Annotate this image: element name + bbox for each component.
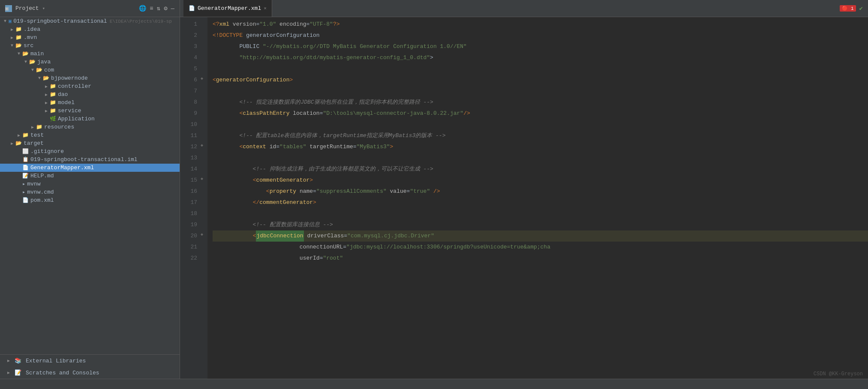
code-line-14: <!-- 抑制生成注释，由于生成的注释都是英文的，可以不让它生成 --> — [213, 164, 868, 175]
mvnwcmd-icon: ▸ — [22, 189, 25, 195]
tree-label-iml: 019-springboot-transactional.iml — [30, 156, 138, 163]
code-line-8: <!-- 指定连接数据库的JDBC驱动包所在位置，指定到你本机的完整路径 --> — [213, 97, 868, 108]
arrow-test — [15, 133, 22, 138]
code-line-17: </commentGenerator> — [213, 197, 868, 208]
code-line-6: <generatorConfiguration> — [213, 75, 868, 86]
code-line-19: <!-- 配置数据库连接信息 --> — [213, 219, 868, 230]
title-bar-right: 🔴 1 ✔ — [835, 5, 868, 12]
arrow-target — [9, 141, 15, 146]
tree-label-test: test — [30, 132, 44, 138]
tree-item-application[interactable]: 🌿 Application — [0, 115, 180, 123]
folder-icon-com: 📂 — [36, 67, 42, 73]
tree-label-src: src — [24, 42, 33, 49]
tree-item-dao[interactable]: 📁 dao — [0, 90, 180, 99]
fold-icon-12[interactable]: ◆ — [201, 143, 203, 148]
project-panel-header: ▣ Project ▾ 🌐 ≡ ⇅ ⚙ — — [0, 0, 180, 17]
fold-icon-15[interactable]: ◆ — [201, 176, 203, 181]
tree-item-generatormapper[interactable]: 📄 GeneratorMapper.xml — [0, 164, 180, 172]
folder-icon-src: 📂 — [15, 42, 22, 49]
folder-icon-main: 📂 — [22, 51, 29, 57]
tree-item-idea[interactable]: 📁 .idea — [0, 25, 180, 33]
editor-gutter: ◆ ◆ ◆ ◆ — [201, 17, 207, 379]
folder-icon-controller: 📁 — [50, 83, 56, 90]
toolbar-icon-settings[interactable]: ⚙ — [164, 5, 167, 12]
tree-label-application: Application — [58, 116, 95, 122]
tree-item-src[interactable]: 📂 src — [0, 42, 180, 50]
arrow-root — [2, 19, 9, 24]
arrow-external-libs — [5, 358, 12, 363]
tree-item-pom[interactable]: 📄 pom.xml — [0, 196, 180, 204]
project-dropdown-icon[interactable]: ▾ — [42, 6, 45, 11]
scratches-item[interactable]: 📝 Scratches and Consoles — [0, 367, 180, 379]
tab-generator-mapper[interactable]: 📄 GeneratorMapper.xml × — [183, 0, 272, 17]
arrow-mvn — [9, 35, 15, 40]
tree-label-target: target — [24, 140, 44, 147]
tree-item-test[interactable]: 📁 test — [0, 131, 180, 139]
external-libraries-item[interactable]: 📚 External Libraries — [0, 355, 180, 367]
code-line-10 — [213, 119, 868, 130]
code-line-13 — [213, 153, 868, 164]
scratches-icon: 📝 — [15, 369, 21, 376]
tree-item-mvn[interactable]: 📁 .mvn — [0, 33, 180, 42]
code-line-12: <context id="tables" targetRuntime="MyBa… — [213, 141, 868, 153]
line-numbers: 1 2 3 4 5 6 7 8 9 10 11 12 13 14 15 16 1… — [180, 17, 201, 379]
folder-icon-service: 📁 — [50, 108, 56, 114]
tree-label-pom: pom.xml — [30, 197, 54, 203]
tree-item-java[interactable]: 📂 java — [0, 58, 180, 66]
code-line-11: <!-- 配置table表信息内容体，targetRuntime指定采用MyBa… — [213, 130, 868, 141]
tree-item-service[interactable]: 📁 service — [0, 107, 180, 115]
toolbar-icon-globe[interactable]: 🌐 — [139, 5, 146, 12]
gitignore-icon: ⬜ — [22, 148, 29, 155]
tree-label-service: service — [58, 108, 81, 114]
code-line-3: PUBLIC "-//mybatis.org//DTD MyBatis Gene… — [213, 41, 868, 52]
tree-item-controller[interactable]: 📁 controller — [0, 82, 180, 90]
external-libs-icon: 📚 — [15, 357, 21, 364]
toolbar-icon-list[interactable]: ≡ — [150, 5, 153, 12]
tree-item-target[interactable]: 📂 target — [0, 139, 180, 147]
folder-icon-bjpowernode: 📂 — [43, 75, 49, 81]
tree-item-gitignore[interactable]: ⬜ .gitignore — [0, 147, 180, 156]
tab-bar: 📄 GeneratorMapper.xml × — [180, 0, 835, 17]
tree-label-model: model — [58, 99, 75, 106]
folder-icon-resources: 📁 — [36, 124, 42, 130]
arrow-dao — [43, 92, 50, 97]
arrow-resources — [29, 125, 36, 130]
tree-item-bjpowernode[interactable]: 📂 bjpowernode — [0, 74, 180, 82]
title-bar: ▣ Project ▾ 🌐 ≡ ⇅ ⚙ — 📄 GeneratorMapper.… — [0, 0, 868, 17]
watermark: CSDN @KK-Greyson — [814, 371, 863, 377]
arrow-com — [29, 68, 36, 72]
code-line-7 — [213, 86, 868, 97]
project-label[interactable]: Project — [15, 5, 39, 12]
tree-item-resources[interactable]: 📁 resources — [0, 123, 180, 131]
code-line-16: <property name="suppressAllComments" val… — [213, 186, 868, 197]
tree-label-idea: .idea — [24, 26, 40, 33]
tree-item-com[interactable]: 📂 com — [0, 66, 180, 74]
tree-label-mvn: .mvn — [24, 34, 37, 41]
folder-icon-idea: 📁 — [15, 26, 22, 33]
tree-item-mvnw[interactable]: ▸ mvnw — [0, 180, 180, 188]
code-area[interactable]: <?xml version="1.0" encoding="UTF-8"?> <… — [207, 17, 868, 379]
main-content: ▣ 019-springboot-transactional E\IDEA\Pr… — [0, 17, 868, 379]
tree-item-iml[interactable]: 📋 019-springboot-transactional.iml — [0, 156, 180, 164]
arrow-service — [43, 108, 50, 114]
tree-item-mvnwcmd[interactable]: ▸ mvnw.cmd — [0, 188, 180, 196]
scratches-label: Scratches and Consoles — [26, 370, 99, 376]
arrow-scratches — [5, 370, 12, 375]
tab-close-button[interactable]: × — [264, 6, 267, 11]
tree-item-root[interactable]: ▣ 019-springboot-transactional E\IDEA\Pr… — [0, 17, 180, 25]
arrow-java — [22, 60, 29, 64]
tree-item-main[interactable]: 📂 main — [0, 50, 180, 58]
tree-item-help[interactable]: 📝 HELP.md — [0, 172, 180, 180]
sidebar: ▣ 019-springboot-transactional E\IDEA\Pr… — [0, 17, 180, 379]
toolbar-icon-sort[interactable]: ⇅ — [157, 5, 160, 12]
code-line-1: <?xml version="1.0" encoding="UTF-8"?> — [213, 19, 868, 30]
file-tree: ▣ 019-springboot-transactional E\IDEA\Pr… — [0, 17, 180, 354]
tree-item-model[interactable]: 📁 model — [0, 99, 180, 107]
fold-icon-6[interactable]: ◆ — [201, 76, 203, 81]
tree-label-generatormapper: GeneratorMapper.xml — [30, 165, 94, 171]
fold-icon-20[interactable]: ◆ — [201, 232, 203, 237]
sidebar-bottom: 📚 External Libraries 📝 Scratches and Con… — [0, 354, 180, 379]
tree-label-gitignore: .gitignore — [30, 148, 64, 155]
code-line-2: <!DOCTYPE generatorConfiguration — [213, 30, 868, 41]
toolbar-icon-minimize[interactable]: — — [171, 5, 174, 12]
